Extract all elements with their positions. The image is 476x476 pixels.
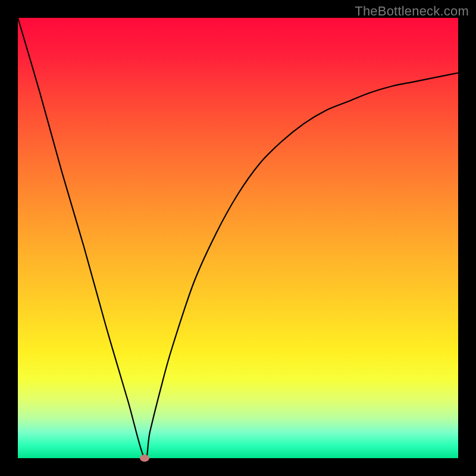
plot-area <box>18 18 458 458</box>
chart-frame: TheBottleneck.com <box>0 0 476 476</box>
curve-path <box>18 18 458 458</box>
bottleneck-curve <box>18 18 458 458</box>
watermark-text: TheBottleneck.com <box>355 4 469 19</box>
min-marker <box>140 455 149 462</box>
